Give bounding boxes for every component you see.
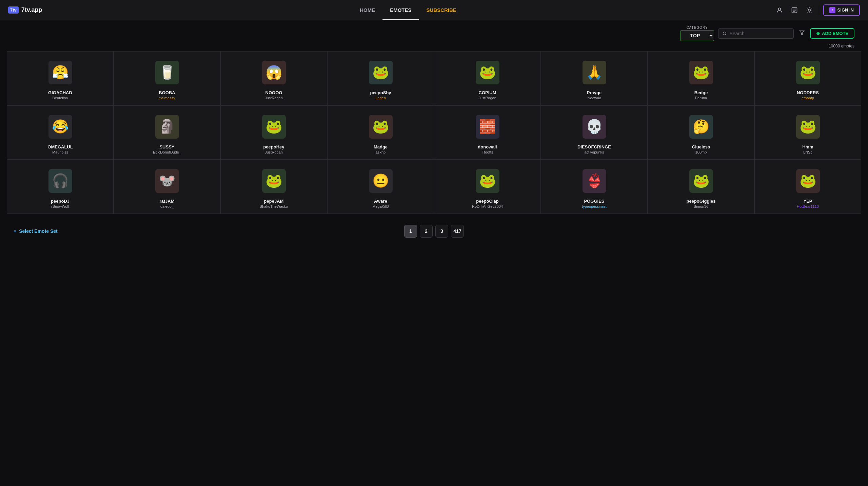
emote-card-pepejam[interactable]: 🐸 pepeJAM ShakoTheWacko xyxy=(220,160,327,214)
emote-image-pepejam: 🐸 xyxy=(260,167,288,195)
emote-name-sussy: SUSSY xyxy=(159,144,174,149)
category-dropdown[interactable]: TOP xyxy=(680,30,714,41)
badge-icon-btn[interactable] xyxy=(789,5,800,16)
search-icon xyxy=(723,31,727,36)
emote-author-ratjam: daledo_ xyxy=(160,204,174,208)
emote-card-sussy[interactable]: 🗿 SUSSY EpicDonutDude_ xyxy=(114,105,220,160)
emote-card-peepohey[interactable]: 🐸 peepoHey JustRogan xyxy=(220,105,327,160)
emote-card-madge[interactable]: 🐸 Madge askhp xyxy=(327,105,434,160)
search-input[interactable] xyxy=(730,31,789,36)
category-label: CATEGORY xyxy=(686,26,708,29)
emote-name-pepejam: pepeJAM xyxy=(264,199,284,204)
emote-card-prayge[interactable]: 🙏 Prayge Neowav xyxy=(541,51,648,105)
bottom-bar: ≡ Select Emote Set 123417 xyxy=(0,214,868,248)
filter-icon xyxy=(799,30,805,36)
emote-author-pepejam: ShakoTheWacko xyxy=(260,204,288,208)
emote-author-peepogiggles: Simon36 xyxy=(694,204,708,208)
search-box xyxy=(718,28,794,39)
emote-author-gigachad: Beutelino xyxy=(53,96,68,100)
page-btn-3[interactable]: 3 xyxy=(435,225,448,238)
emote-image-clueless: 🤔 xyxy=(688,113,715,140)
emote-image-ratjam: 🐭 xyxy=(154,167,181,195)
emote-image-peepdj: 🎧 xyxy=(47,167,74,195)
emote-image-yep: 🐸 xyxy=(794,167,822,195)
emote-card-clueless[interactable]: 🤔 Clueless 100mp xyxy=(648,105,754,160)
logo[interactable]: 7tv 7tv.app xyxy=(8,6,42,14)
emote-name-booba: BOOBA xyxy=(159,90,175,95)
emote-image-bedge: 🐸 xyxy=(688,59,715,86)
filter-button[interactable] xyxy=(798,29,806,38)
emote-card-poggies[interactable]: 👙 POGGIES typeopessimist xyxy=(541,160,648,214)
emote-card-yep[interactable]: 🐸 YEP HotBear1110 xyxy=(754,160,861,214)
svg-point-3 xyxy=(723,32,726,35)
emote-author-prayge: Neowav xyxy=(588,96,601,100)
page-btn-2[interactable]: 2 xyxy=(420,225,433,238)
emote-name-peepogiggles: peepoGiggles xyxy=(687,199,716,204)
emote-card-noooo[interactable]: 😱 NOOOO JustRogan xyxy=(220,51,327,105)
user-icon-btn[interactable] xyxy=(774,5,785,16)
emote-grid: 😤 GIGACHAD Beutelino 🥛 BOOBA evilmessy 😱… xyxy=(0,51,868,214)
emote-author-diesofcringe: activepunks xyxy=(584,150,604,154)
add-emote-button[interactable]: ⊕ ADD EMOTE xyxy=(810,28,854,39)
emote-name-clueless: Clueless xyxy=(692,144,710,149)
emote-image-noooo: 😱 xyxy=(260,59,288,86)
emote-card-nodders[interactable]: 🐸 NODDERS ethantp xyxy=(754,51,861,105)
emote-card-aware[interactable]: 😐 Aware MegaKill3 xyxy=(327,160,434,214)
nav-home[interactable]: HOME xyxy=(352,0,382,20)
theme-icon-btn[interactable] xyxy=(804,5,815,16)
add-emote-plus: ⊕ xyxy=(816,31,820,36)
emote-image-copium: 🐸 xyxy=(474,59,501,86)
category-select: CATEGORY TOP xyxy=(680,26,714,41)
emote-card-omegalul[interactable]: 😂 OMEGALUL Mauriplss xyxy=(7,105,114,160)
sign-in-button[interactable]: t SIGN IN xyxy=(823,4,860,16)
emote-author-yep: HotBear1110 xyxy=(797,204,819,208)
emote-name-poggies: POGGIES xyxy=(584,199,605,204)
emote-name-bedge: Bedge xyxy=(694,90,708,95)
emote-author-peepShy: Laden xyxy=(375,96,386,100)
emote-image-gigachad: 😤 xyxy=(47,59,74,86)
nav-divider xyxy=(819,5,819,15)
emote-image-peepoclap: 🐸 xyxy=(474,167,501,195)
select-emote-set[interactable]: ≡ Select Emote Set xyxy=(14,228,58,234)
emote-name-hmm: Hmm xyxy=(802,144,813,149)
emote-image-booba: 🥛 xyxy=(154,59,181,86)
emote-card-hmm[interactable]: 🐸 Hmm LNSc xyxy=(754,105,861,160)
emote-image-diesofcringe: 💀 xyxy=(581,113,608,140)
emote-author-sussy: EpicDonutDude_ xyxy=(153,150,181,154)
logo-text: 7tv.app xyxy=(21,6,42,14)
emote-author-madge: askhp xyxy=(376,150,386,154)
emote-author-clueless: 100mp xyxy=(695,150,707,154)
select-emote-set-label: Select Emote Set xyxy=(19,228,58,234)
emote-author-booba: evilmessy xyxy=(159,96,175,100)
emote-name-aware: Aware xyxy=(374,199,387,204)
emote-card-bedge[interactable]: 🐸 Bedge Paruna xyxy=(648,51,754,105)
emote-name-gigachad: GIGACHAD xyxy=(48,90,72,95)
emote-author-hmm: LNSc xyxy=(803,150,812,154)
emote-card-peepdj[interactable]: 🎧 peepoDJ rSnowWolf xyxy=(7,160,114,214)
emote-image-prayge: 🙏 xyxy=(581,59,608,86)
emote-card-peepoclap[interactable]: 🐸 peepoClap RoDrIrAnGeL2004 xyxy=(434,160,541,214)
nav-links: HOME EMOTES SUBSCRIBE xyxy=(352,0,464,20)
emote-card-diesofcringe[interactable]: 💀 DIESOFCRINGE activepunks xyxy=(541,105,648,160)
emote-card-ratjam[interactable]: 🐭 ratJAM daledo_ xyxy=(114,160,220,214)
nav-subscribe[interactable]: SUBSCRIBE xyxy=(419,0,464,20)
emote-card-peepogiggles[interactable]: 🐸 peepoGiggles Simon36 xyxy=(648,160,754,214)
sign-in-label: SIGN IN xyxy=(837,7,854,13)
emote-author-omegalul: Mauriplss xyxy=(52,150,68,154)
emote-count: 10000 emotes xyxy=(0,44,868,48)
emote-image-peepohey: 🐸 xyxy=(260,113,288,140)
navbar: 7tv 7tv.app HOME EMOTES SUBSCRIBE t SIGN… xyxy=(0,0,868,20)
emote-card-peepShy[interactable]: 🐸 peepoShy Laden xyxy=(327,51,434,105)
emote-card-donowall[interactable]: 🧱 donowall Ttootts xyxy=(434,105,541,160)
emote-card-booba[interactable]: 🥛 BOOBA evilmessy xyxy=(114,51,220,105)
emote-name-donowall: donowall xyxy=(478,144,497,149)
nav-emotes[interactable]: EMOTES xyxy=(382,0,419,20)
page-btn-417[interactable]: 417 xyxy=(451,225,464,238)
twitch-icon: t xyxy=(829,7,835,13)
emote-author-copium: JustRogan xyxy=(478,96,496,100)
emote-card-gigachad[interactable]: 😤 GIGACHAD Beutelino xyxy=(7,51,114,105)
emote-name-copium: COPIUM xyxy=(479,90,496,95)
emote-author-aware: MegaKill3 xyxy=(372,204,389,208)
emote-card-copium[interactable]: 🐸 COPIUM JustRogan xyxy=(434,51,541,105)
page-btn-1[interactable]: 1 xyxy=(404,225,417,238)
